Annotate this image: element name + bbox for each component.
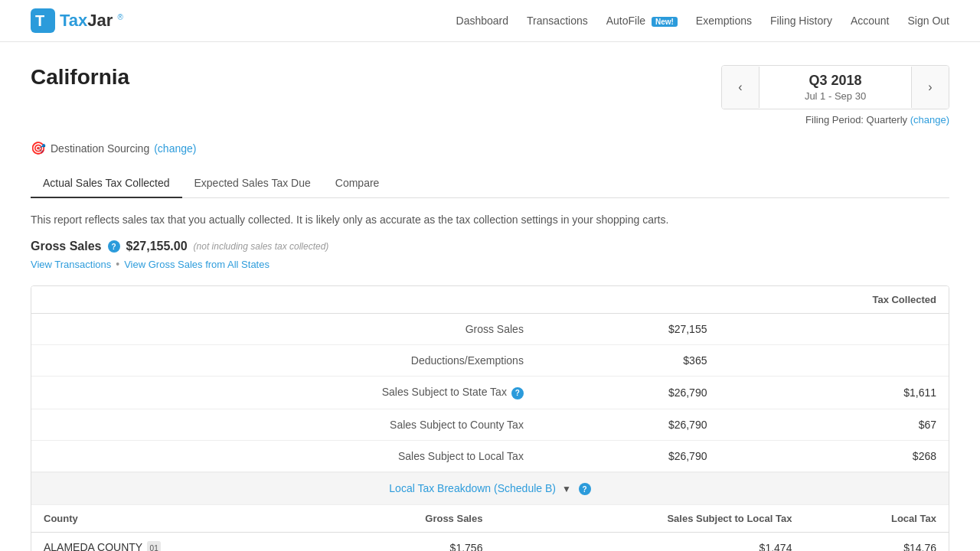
period-dates: Jul 1 - Sep 30 [784, 90, 887, 102]
table-header-tax: Tax Collected [719, 286, 949, 314]
table-row: Sales Subject to Local Tax$26,790$268 [31, 440, 949, 471]
schedule-b-help-icon[interactable]: ? [579, 483, 591, 495]
county-header-local-tax: Local Tax [804, 505, 949, 533]
county-table-row: ALAMEDA COUNTY01$1,756$1,474$14.76 [31, 533, 949, 552]
table-cell-value: $27,155 [536, 314, 720, 345]
sourcing-row: 🎯 Destination Sourcing (change) [31, 141, 949, 155]
tab-expected-sales-tax[interactable]: Expected Sales Tax Due [182, 169, 323, 198]
header: T TaxJar ® Dashboard Transactions AutoFi… [0, 0, 980, 42]
schedule-b-header: Local Tax Breakdown (Schedule B) ▼ ? [31, 472, 949, 506]
nav-sign-out[interactable]: Sign Out [908, 15, 949, 27]
table-cell-label: Sales Subject to Local Tax [31, 440, 536, 471]
table-cell-value: $26,790 [536, 409, 720, 440]
svg-text:T: T [35, 12, 44, 29]
county-cell-name: ALAMEDA COUNTY01 [31, 533, 325, 552]
nav-account[interactable]: Account [851, 15, 890, 27]
gross-sales-help-icon[interactable]: ? [108, 240, 120, 253]
table-row: Sales Subject to State Tax?$26,790$1,611 [31, 377, 949, 409]
report-description: This report reflects sales tax that you … [31, 214, 949, 226]
nav-dashboard[interactable]: Dashboard [456, 15, 509, 27]
table-row: Sales Subject to County Tax$26,790$67 [31, 409, 949, 440]
gross-sales-amount: $27,155.00 [126, 240, 188, 253]
table-cell-value: $26,790 [536, 440, 720, 471]
sourcing-change-link[interactable]: (change) [154, 142, 196, 155]
schedule-b-link[interactable]: Local Tax Breakdown (Schedule B) [389, 482, 556, 494]
links-separator: • [116, 258, 119, 270]
top-row: California ‹ Q3 2018 Jul 1 - Sep 30 › Fi… [31, 65, 949, 126]
county-badge: 01 [147, 541, 161, 551]
view-transactions-link[interactable]: View Transactions [31, 259, 111, 270]
view-gross-sales-link[interactable]: View Gross Sales from All States [124, 259, 270, 270]
schedule-b-toggle-icon[interactable]: ▼ [562, 484, 571, 494]
table-cell-tax: $1,611 [719, 377, 949, 409]
county-cell-subject: $1,474 [495, 533, 804, 552]
table-row: Deductions/Exemptions$365 [31, 345, 949, 377]
table-cell-tax: $268 [719, 440, 949, 471]
logo-text: TaxJar ® [60, 11, 123, 31]
tabs: Actual Sales Tax Collected Expected Sale… [31, 169, 949, 198]
period-section: ‹ Q3 2018 Jul 1 - Sep 30 › Filing Period… [721, 65, 949, 126]
county-cell-gross-sales: $1,756 [325, 533, 495, 552]
state-section: California [31, 65, 129, 90]
table-cell-label: Sales Subject to State Tax? [31, 377, 536, 409]
nav-transactions[interactable]: Transactions [527, 15, 588, 27]
filing-period: Filing Period: Quarterly (change) [721, 114, 949, 126]
period-prev-button[interactable]: ‹ [722, 66, 759, 109]
table-cell-label: Sales Subject to County Tax [31, 409, 536, 440]
taxjar-logo-icon: T [31, 8, 55, 33]
table-cell-label: Deductions/Exemptions [31, 345, 536, 377]
main-nav: Dashboard Transactions AutoFile New! Exe… [456, 15, 949, 27]
nav-autofile[interactable]: AutoFile New! [606, 15, 678, 27]
autofile-badge: New! [652, 17, 678, 27]
tab-compare[interactable]: Compare [323, 169, 392, 198]
nav-exemptions[interactable]: Exemptions [696, 15, 752, 27]
table-cell-tax: $67 [719, 409, 949, 440]
links-row: View Transactions • View Gross Sales fro… [31, 258, 949, 270]
main-table: Tax Collected Gross Sales$27,155Deductio… [31, 286, 949, 472]
period-display: Q3 2018 Jul 1 - Sep 30 [759, 67, 912, 108]
table-header-label [31, 286, 536, 314]
nav-filing-history[interactable]: Filing History [770, 15, 832, 27]
county-header-subject: Sales Subject to Local Tax [495, 505, 804, 533]
period-quarter: Q3 2018 [784, 73, 887, 89]
table-cell-tax [719, 345, 949, 377]
row-help-icon[interactable]: ? [511, 387, 524, 399]
county-table: County Gross Sales Sales Subject to Loca… [31, 505, 949, 551]
tab-actual-sales-tax[interactable]: Actual Sales Tax Collected [31, 169, 182, 198]
period-selector: ‹ Q3 2018 Jul 1 - Sep 30 › [721, 65, 949, 109]
table-header-value [536, 286, 720, 314]
main-content: California ‹ Q3 2018 Jul 1 - Sep 30 › Fi… [0, 42, 980, 551]
table-cell-value: $365 [536, 345, 720, 377]
table-row: Gross Sales$27,155 [31, 314, 949, 345]
logo: T TaxJar ® [31, 8, 123, 33]
filing-period-change-link[interactable]: (change) [910, 114, 949, 126]
county-header-gross-sales: Gross Sales [325, 505, 495, 533]
gross-sales-note: (not including sales tax collected) [194, 241, 329, 252]
state-title: California [31, 65, 129, 90]
sourcing-icon: 🎯 [31, 141, 46, 155]
main-table-wrapper: Tax Collected Gross Sales$27,155Deductio… [31, 285, 949, 551]
sourcing-label: Destination Sourcing [51, 142, 149, 155]
county-header-county: County [31, 505, 325, 533]
table-cell-tax [719, 314, 949, 345]
county-cell-local-tax: $14.76 [804, 533, 949, 552]
gross-sales-row: Gross Sales ? $27,155.00 (not including … [31, 240, 949, 253]
period-next-button[interactable]: › [912, 66, 949, 109]
table-cell-value: $26,790 [536, 377, 720, 409]
gross-sales-label: Gross Sales [31, 240, 102, 253]
table-cell-label: Gross Sales [31, 314, 536, 345]
